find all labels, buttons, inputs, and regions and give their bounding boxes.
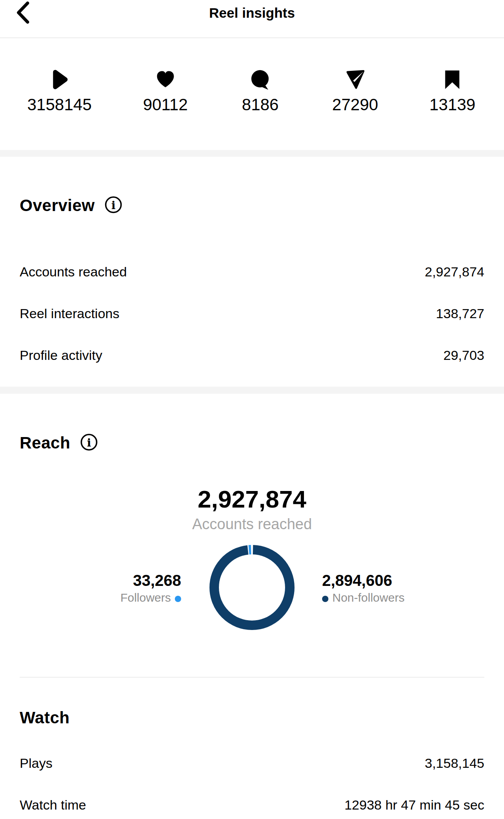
row-value: 138,727 [436,306,484,321]
donut-rings [209,545,295,630]
row-label: Accounts reached [20,264,127,280]
accounts-reached-total: 2,927,874 [20,486,484,512]
stat-saves: 13139 [430,68,476,114]
stat-likes: 90112 [143,68,188,114]
table-row: Accounts reached 2,927,874 [20,251,484,293]
non-followers-dot [322,596,328,602]
row-value: 3,158,145 [425,756,484,771]
row-value: 12938 hr 47 min 45 sec [345,797,484,813]
reach-donut-chart: 33,268 Followers 2,894,606 Non-followers [20,545,484,630]
row-value: 2,927,874 [425,264,484,280]
back-button[interactable] [15,0,31,25]
followers-dot [175,596,181,602]
row-label: Plays [20,756,52,771]
stat-value: 3158145 [27,96,92,114]
stat-shares: 27290 [332,68,378,114]
table-row: Watch time 12938 hr 47 min 45 sec [20,784,484,819]
stat-value: 27290 [332,96,378,114]
reach-title: Reach [20,434,70,452]
heart-icon [156,68,175,91]
svg-text:i: i [87,436,91,449]
stat-comments: 8186 [242,68,278,114]
watch-title: Watch [20,709,70,726]
separator-band [0,150,504,157]
followers-legend: 33,268 Followers [120,572,181,606]
row-value: 29,703 [443,348,484,363]
row-label: Profile activity [20,348,102,363]
page-title: Reel insights [0,0,504,21]
non-followers-legend: 2,894,606 Non-followers [322,572,404,606]
divider [20,677,484,678]
stat-value: 8186 [242,96,278,114]
info-icon[interactable]: i [104,196,122,215]
info-icon[interactable]: i [80,433,98,453]
row-label: Watch time [20,797,86,813]
chevron-left-icon [15,0,31,25]
overview-section: Overview i Accounts reached 2,927,874 Re… [0,196,504,387]
header: Reel insights [0,0,504,38]
table-row: Plays 3,158,145 [20,742,484,784]
accounts-reached-label: Accounts reached [20,515,484,533]
table-row: Reel interactions 138,727 [20,293,484,334]
table-row: Profile activity 29,703 [20,334,484,376]
stat-value: 13139 [430,96,476,114]
share-icon [345,68,366,91]
non-followers-count: 2,894,606 [322,572,404,589]
stat-plays: 3158145 [27,68,92,114]
followers-count: 33,268 [120,572,181,589]
followers-label: Followers [120,590,181,606]
play-icon [50,68,69,91]
svg-text:i: i [111,199,115,212]
donut-segment-nonfollowers [214,550,290,625]
separator-band [0,387,504,394]
non-followers-label: Non-followers [322,590,404,606]
comment-icon [250,68,271,91]
overview-title: Overview [20,197,95,214]
bookmark-icon [444,68,461,91]
stat-value: 90112 [143,96,188,114]
reel-stats-bar: 3158145 90112 8186 27290 13139 [0,38,504,150]
reach-section: Reach i 2,927,874 Accounts reached 33,26… [0,433,504,819]
row-label: Reel interactions [20,306,119,321]
